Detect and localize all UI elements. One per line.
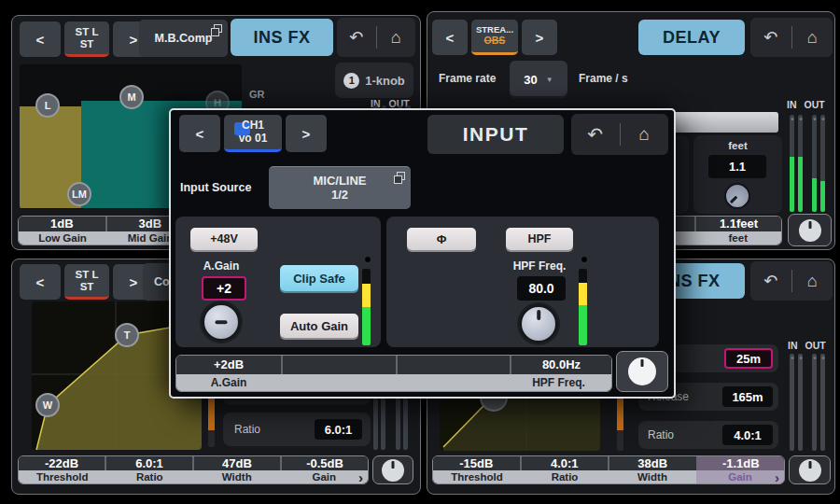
frame-rate-value: 30 — [524, 73, 537, 87]
footer-value-ratio[interactable]: 6.0:1 — [105, 456, 192, 470]
peak-indicator — [364, 256, 371, 263]
footer-label-ratio: Ratio — [106, 470, 194, 483]
undo-icon[interactable]: ↶ — [337, 27, 376, 48]
footer-label-threshold: Threshold — [19, 470, 106, 483]
dropdown-arrow-icon: ▼ — [546, 76, 553, 84]
hpf-freq-knob[interactable] — [519, 304, 558, 343]
home-icon[interactable]: ⌂ — [621, 124, 669, 145]
footer-value-2[interactable] — [281, 356, 396, 374]
input-source-label: Input Source — [180, 181, 251, 194]
phantom-48v-button[interactable]: +48V — [190, 228, 258, 250]
footer-value-3[interactable] — [396, 356, 510, 374]
in-meter-r — [798, 115, 803, 212]
footer-value-gain-selected[interactable]: -1.1dB — [696, 456, 785, 470]
parameter-footer: -15dB 4.0:1 38dB -1.1dB Threshold Ratio … — [432, 455, 785, 484]
insert-slot-button[interactable]: M.B.Comp — [139, 20, 228, 57]
nav-group: ↶ ⌂ — [750, 18, 833, 57]
out-meter-l — [812, 115, 817, 212]
again-label: A.Gain — [190, 259, 252, 273]
attack-value-selected[interactable]: 25m — [724, 348, 773, 369]
home-icon[interactable]: ⌂ — [377, 28, 416, 48]
meter-labels: IN OUT — [787, 99, 825, 110]
prev-channel-button[interactable]: < — [432, 20, 468, 55]
footer-value-hpf[interactable]: 80.0Hz — [510, 356, 611, 374]
undo-icon[interactable]: ↶ — [750, 271, 791, 291]
home-icon[interactable]: ⌂ — [792, 28, 833, 48]
band-point-l[interactable]: L — [35, 93, 60, 118]
channel-select-button[interactable]: CH1 vo 01 — [224, 115, 282, 152]
channel-select-button[interactable]: ST L ST — [64, 21, 109, 57]
footer-value-feet[interactable]: 1.1feet — [694, 217, 781, 231]
next-channel-button[interactable]: > — [286, 115, 327, 152]
knob-icon — [382, 459, 404, 482]
ratio-row[interactable]: Ratio 4.0:1 — [638, 421, 778, 449]
frame-rate-dropdown[interactable]: 30 ▼ — [510, 61, 567, 98]
footer-label-width: Width — [193, 470, 281, 483]
clip-safe-button[interactable]: Clip Safe — [280, 265, 358, 291]
footer-label-width: Width — [609, 470, 696, 483]
footer-label-gain: Gain › — [696, 470, 784, 483]
hpf-freq-value[interactable]: 80.0 — [517, 276, 566, 301]
band-point-lm[interactable]: LM — [67, 182, 91, 206]
ratio-value[interactable]: 4.0:1 — [722, 425, 773, 445]
feet-knob[interactable] — [719, 177, 756, 215]
home-icon[interactable]: ⌂ — [792, 272, 833, 291]
footer-knob-button[interactable] — [789, 455, 831, 484]
knob-icon — [628, 357, 656, 385]
next-channel-button[interactable]: > — [522, 20, 557, 55]
channel-select-button[interactable]: ST L ST — [64, 264, 109, 300]
row-label: Ratio — [648, 428, 674, 441]
footer-label-hpf: HPF Freq. — [506, 374, 611, 391]
footer-label-3 — [394, 374, 506, 391]
analog-gain-section: +48V A.Gain +2 Clip Safe Auto Gain — [175, 217, 381, 347]
footer-knob-button[interactable] — [616, 351, 668, 392]
phase-button[interactable]: Φ — [407, 228, 476, 250]
footer-value-low-gain[interactable]: 1dB — [19, 217, 105, 231]
footer-value-threshold[interactable]: -15dB — [433, 456, 520, 470]
again-value[interactable]: +2 — [202, 276, 246, 301]
footer-value-gain[interactable]: -0.5dB — [280, 456, 368, 470]
footer-label-again: A.Gain — [176, 374, 281, 391]
footer-value-threshold[interactable]: -22dB — [19, 456, 105, 470]
undo-icon[interactable]: ↶ — [571, 123, 620, 146]
dialog-title: INPUT — [427, 115, 564, 154]
hpf-freq-label: HPF Freq. — [502, 259, 577, 273]
feet-group: feet 1.1 — [693, 135, 782, 214]
out-label: OUT — [805, 99, 825, 110]
footer-value-ratio[interactable]: 4.0:1 — [520, 456, 609, 470]
mixer-screen: < ST L ST > M.B.Comp INS FX ↶ ⌂ L M H LM… — [0, 0, 840, 504]
knob-icon — [799, 459, 821, 482]
ratio-row[interactable]: Ratio 6.0:1 — [223, 413, 371, 446]
prev-channel-button[interactable]: < — [20, 21, 61, 57]
channel-name-line2: vo 01 — [239, 133, 268, 145]
chevron-right-icon[interactable]: › — [775, 470, 779, 484]
out-label: OUT — [805, 340, 826, 351]
footer-value-width[interactable]: 47dB — [192, 456, 280, 470]
width-point[interactable]: W — [35, 393, 60, 417]
prev-channel-button[interactable]: < — [179, 115, 220, 152]
auto-gain-button[interactable]: Auto Gain — [280, 314, 358, 338]
undo-icon[interactable]: ↶ — [750, 27, 791, 48]
again-knob[interactable] — [202, 302, 241, 342]
one-knob-button[interactable]: 1 1-knob — [335, 63, 413, 98]
band-point-m[interactable]: M — [119, 85, 144, 109]
copy-icon — [214, 24, 222, 33]
meter-labels: IN OUT — [788, 340, 826, 351]
input-source-button[interactable]: MIC/LINE 1/2 — [269, 166, 411, 209]
chevron-right-icon[interactable]: › — [358, 470, 363, 484]
input-dialog: < CH1 vo 01 > INPUT ↶ ⌂ Input Source MIC… — [169, 108, 676, 399]
footer-value-again[interactable]: +2dB — [176, 356, 281, 374]
knob-icon — [799, 219, 821, 242]
channel-name-line2: ST — [80, 281, 94, 293]
ratio-value: 6.0:1 — [315, 419, 362, 440]
threshold-point[interactable]: T — [115, 323, 139, 347]
hpf-button[interactable]: HPF — [506, 228, 573, 250]
footer-knob-button[interactable] — [788, 214, 832, 246]
prev-channel-button[interactable]: < — [20, 264, 61, 300]
footer-label-threshold: Threshold — [433, 470, 521, 483]
footer-value-width[interactable]: 38dB — [608, 456, 696, 470]
release-value[interactable]: 165m — [722, 386, 773, 407]
footer-knob-button[interactable] — [372, 455, 413, 484]
feet-value[interactable]: 1.1 — [708, 155, 766, 178]
channel-select-button[interactable]: STREA... OBS — [471, 20, 518, 55]
